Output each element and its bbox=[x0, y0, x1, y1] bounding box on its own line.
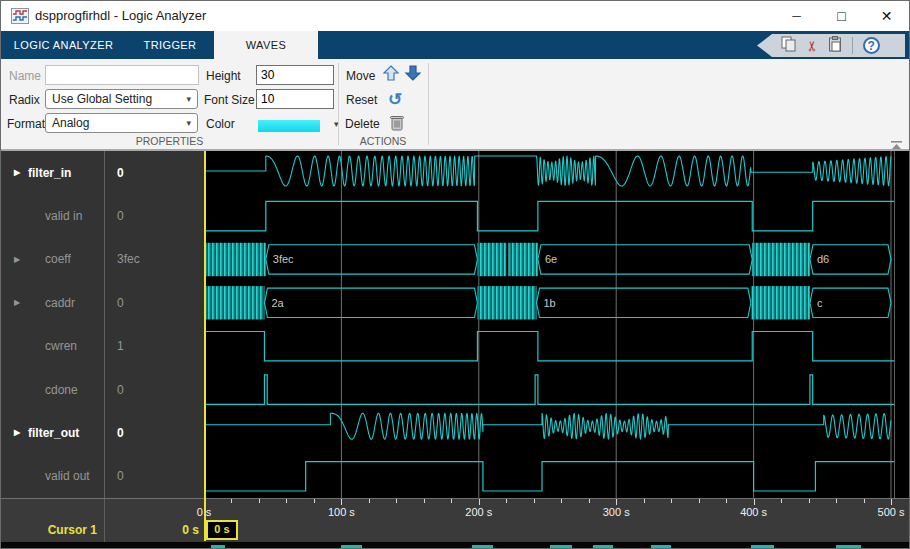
signal-row-coeff[interactable]: ▶coeff bbox=[1, 238, 104, 281]
minor-tick bbox=[864, 499, 865, 503]
overview-mark bbox=[472, 545, 493, 548]
minimize-button[interactable]: ─ bbox=[774, 1, 819, 31]
major-tick bbox=[616, 499, 617, 505]
cursor-label: Cursor 1 bbox=[1, 523, 97, 537]
overview-strip[interactable] bbox=[1, 542, 909, 549]
overview-mark bbox=[593, 545, 614, 548]
tab-trigger[interactable]: TRIGGER bbox=[126, 31, 214, 59]
minor-tick bbox=[561, 499, 562, 503]
minor-tick bbox=[451, 499, 452, 503]
signal-cursor-value: 0 bbox=[117, 194, 124, 237]
expand-triangle-icon[interactable]: ▶ bbox=[14, 168, 20, 177]
minor-tick bbox=[231, 499, 232, 503]
signal-name: caddr bbox=[45, 296, 75, 310]
minor-tick bbox=[644, 499, 645, 503]
time-tick-label: 200 s bbox=[465, 506, 492, 518]
signal-row-caddr[interactable]: ▶caddr bbox=[1, 281, 104, 324]
section-divider bbox=[338, 63, 339, 145]
reset-icon[interactable]: ↺ bbox=[388, 91, 402, 108]
signal-value-column: 003fec01000 bbox=[105, 151, 204, 498]
major-tick bbox=[754, 499, 755, 505]
cursor-value: 0 s bbox=[105, 523, 199, 537]
major-tick bbox=[341, 499, 342, 505]
major-tick bbox=[479, 499, 480, 505]
signal-row-filter_in[interactable]: ▶filter_in bbox=[1, 151, 104, 194]
expand-triangle-icon[interactable]: ▶ bbox=[14, 428, 20, 437]
minor-tick bbox=[506, 499, 507, 503]
signal-cursor-value: 0 bbox=[117, 455, 124, 498]
signal-name: filter_out bbox=[28, 426, 79, 440]
window-title: dspprogfirhdl - Logic Analyzer bbox=[35, 8, 206, 23]
expand-triangle-icon[interactable]: ▶ bbox=[14, 255, 20, 264]
overview-mark bbox=[751, 545, 774, 548]
time-tick-label: 400 s bbox=[740, 506, 767, 518]
cursor-time-box[interactable]: 0 s bbox=[206, 520, 238, 540]
move-up-button[interactable] bbox=[382, 64, 400, 82]
minor-tick bbox=[259, 499, 260, 503]
waves-ribbon: Name Radix Use Global Setting ▾ Format A… bbox=[1, 59, 909, 151]
copy-icon[interactable] bbox=[781, 36, 796, 56]
signal-row-valid-in[interactable]: valid in bbox=[1, 194, 104, 237]
expand-triangle-icon[interactable]: ▶ bbox=[14, 298, 20, 307]
color-label: Color bbox=[206, 117, 235, 131]
logic-analyzer-app-icon bbox=[11, 8, 29, 28]
move-down-button[interactable] bbox=[404, 64, 422, 82]
waveform-plot[interactable]: 3fec6ed62a1bc bbox=[204, 151, 894, 498]
signal-cursor-value: 3fec bbox=[117, 238, 140, 281]
signal-row-valid-out[interactable]: valid out bbox=[1, 455, 104, 498]
plot-right-gutter bbox=[894, 151, 910, 498]
signal-cursor-value: 0 bbox=[117, 411, 124, 454]
help-icon[interactable]: ? bbox=[863, 37, 880, 54]
overview-mark bbox=[651, 545, 672, 548]
signal-name: cwren bbox=[45, 339, 77, 353]
signal-name: valid in bbox=[45, 209, 82, 223]
tab-logic-analyzer[interactable]: LOGIC ANALYZER bbox=[1, 31, 126, 59]
color-swatch[interactable] bbox=[258, 120, 320, 132]
minor-tick bbox=[726, 499, 727, 503]
signal-row-filter_out[interactable]: ▶filter_out bbox=[1, 411, 104, 454]
svg-text:d6: d6 bbox=[817, 253, 829, 265]
signal-name: filter_in bbox=[28, 166, 71, 180]
time-tick-label: 100 s bbox=[328, 506, 355, 518]
maximize-button[interactable]: □ bbox=[819, 1, 864, 31]
name-input[interactable] bbox=[45, 65, 199, 85]
svg-text:1b: 1b bbox=[544, 297, 556, 309]
cut-icon[interactable]: ✂ bbox=[804, 40, 820, 52]
signal-row-cwren[interactable]: cwren bbox=[1, 325, 104, 368]
minor-tick bbox=[286, 499, 287, 503]
waveform-panel: ▶filter_invalid in▶coeff▶caddrcwrencdone… bbox=[1, 151, 909, 498]
signal-name: coeff bbox=[45, 252, 71, 266]
minor-tick bbox=[424, 499, 425, 503]
minor-tick bbox=[809, 499, 810, 503]
format-dropdown[interactable]: Analog ▾ bbox=[45, 113, 198, 133]
tab-waves[interactable]: WAVES bbox=[214, 31, 318, 59]
time-cursor-line[interactable] bbox=[204, 151, 206, 541]
close-button[interactable]: ✕ bbox=[864, 1, 909, 31]
signal-name: cdone bbox=[45, 383, 78, 397]
title-bar: dspprogfirhdl - Logic Analyzer ─ □ ✕ bbox=[1, 1, 909, 31]
signal-row-cdone[interactable]: cdone bbox=[1, 368, 104, 411]
svg-text:3fec: 3fec bbox=[273, 253, 294, 265]
minor-tick bbox=[314, 499, 315, 503]
actions-section-label: ACTIONS bbox=[338, 135, 428, 147]
name-label: Name bbox=[9, 69, 41, 83]
minor-tick bbox=[671, 499, 672, 503]
minor-tick bbox=[589, 499, 590, 503]
delete-label: Delete bbox=[345, 117, 380, 131]
font-size-input[interactable] bbox=[256, 89, 334, 109]
delete-trash-icon[interactable] bbox=[389, 114, 405, 131]
radix-value: Use Global Setting bbox=[52, 92, 152, 106]
signal-name: valid out bbox=[45, 469, 90, 483]
paste-icon[interactable] bbox=[828, 36, 842, 56]
overview-mark bbox=[836, 545, 861, 548]
time-tick-label: 300 s bbox=[603, 506, 630, 518]
quick-access-toolbar: ✂ ? bbox=[757, 34, 905, 57]
height-input[interactable] bbox=[256, 65, 334, 85]
move-label: Move bbox=[346, 69, 375, 83]
reset-label: Reset bbox=[346, 93, 377, 107]
radix-dropdown[interactable]: Use Global Setting ▾ bbox=[45, 89, 198, 109]
overview-mark bbox=[211, 545, 225, 548]
radix-label: Radix bbox=[9, 93, 40, 107]
height-label: Height bbox=[206, 69, 241, 83]
signal-cursor-value: 0 bbox=[117, 368, 124, 411]
